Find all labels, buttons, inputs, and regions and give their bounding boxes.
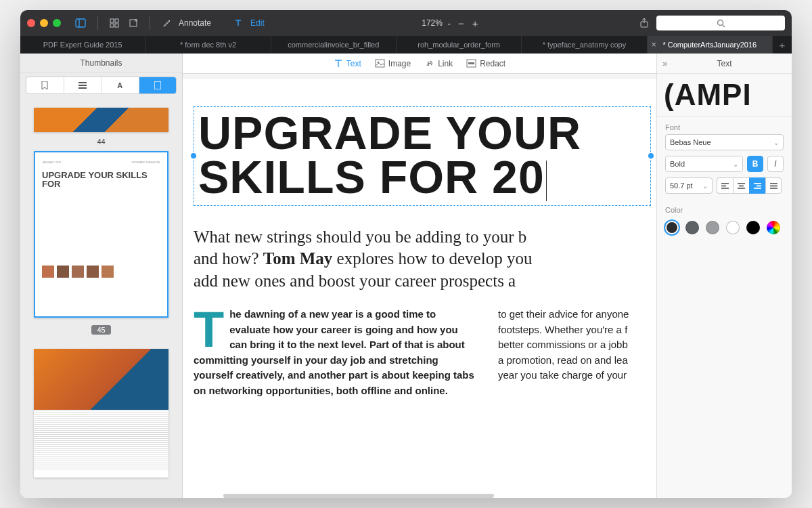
tab-typeface-anatomy[interactable]: * typeface_anatomy copy (522, 36, 647, 54)
main-area: Thumbnails A 44 JANUARY 2016UPGRADE TREA… (20, 54, 792, 498)
text-align-group (717, 177, 784, 194)
color-swatches (657, 217, 792, 238)
color-section-label: Color (657, 199, 792, 217)
horizontal-scrollbar[interactable] (223, 494, 494, 498)
dropcap: T (194, 307, 229, 350)
edit-button[interactable]: Edit (250, 18, 265, 28)
app-window: Annotate Edit 172% ⌄ − + PDF Expert Guid… (20, 10, 792, 498)
annotate-icon[interactable] (160, 16, 173, 30)
thumbnail-page-44[interactable] (34, 108, 168, 132)
thumbnail-label-45: 45 (91, 325, 110, 335)
svg-rect-17 (468, 62, 474, 64)
zoom-value[interactable]: 172% (422, 18, 443, 28)
color-swatch-1[interactable] (665, 221, 679, 234)
close-window-button[interactable] (27, 19, 35, 27)
svg-line-9 (722, 24, 725, 27)
svg-rect-13 (154, 81, 161, 89)
align-justify-button[interactable] (765, 177, 782, 194)
search-input[interactable] (656, 16, 785, 30)
thumbnail-page-45[interactable]: JANUARY 2016UPGRADE TREASURE UPGRADE YOU… (34, 151, 168, 318)
align-left-button[interactable] (717, 177, 733, 194)
thumbnails-tab[interactable] (139, 77, 177, 93)
align-center-button[interactable] (733, 177, 749, 194)
edit-link-button[interactable]: Link (424, 59, 453, 68)
document-page[interactable]: UPGRADE YOUR SKILLS FOR 20 What new stri… (183, 79, 656, 498)
font-weight-select[interactable]: Bold⌄ (665, 156, 743, 172)
selection-handle-right[interactable] (648, 153, 654, 158)
tab-roh-modular[interactable]: roh_modular_order_form (397, 36, 522, 54)
svg-rect-5 (115, 24, 118, 27)
outline-tab[interactable] (64, 77, 102, 93)
minimize-window-button[interactable] (40, 19, 48, 27)
svg-rect-2 (110, 19, 114, 22)
zoom-in-button[interactable]: + (470, 16, 480, 31)
chevron-down-icon: ⌄ (702, 182, 708, 190)
search-icon (717, 19, 725, 28)
bold-button[interactable]: B (747, 156, 763, 172)
thumbnails-scroll[interactable]: 44 JANUARY 2016UPGRADE TREASURE UPGRADE … (20, 98, 182, 498)
color-swatch-5[interactable] (746, 221, 760, 234)
tab-form-dec-8th[interactable]: * form dec 8th v2 (145, 36, 271, 54)
edit-image-button[interactable]: Image (375, 59, 411, 68)
annotate-button[interactable]: Annotate (179, 18, 211, 28)
svg-rect-4 (110, 24, 114, 27)
thumbnails-title: Thumbnails (20, 54, 182, 72)
chevron-down-icon: ⌄ (773, 139, 779, 146)
font-family-select[interactable]: Bebas Neue⌄ (665, 134, 784, 150)
svg-point-8 (717, 20, 723, 25)
font-size-select[interactable]: 50.7 pt⌄ (665, 177, 713, 194)
chevron-down-icon: ⌄ (733, 161, 738, 168)
sidebar-mode-tabs: A (26, 77, 177, 94)
selection-handle-left[interactable] (191, 153, 196, 158)
body-column-2: to get their advice for anyone footsteps… (498, 307, 651, 398)
share-icon[interactable] (637, 16, 651, 30)
color-swatch-2[interactable] (685, 221, 699, 234)
body-columns: T he dawning of a new year is a good tim… (194, 307, 651, 398)
new-tab-button[interactable]: + (773, 36, 792, 54)
grid-view-icon[interactable] (108, 16, 121, 30)
document-tabs: PDF Expert Guide 2015 * form dec 8th v2 … (20, 36, 792, 54)
document-view: Text Image Link Redact (183, 54, 656, 498)
svg-rect-0 (76, 19, 85, 27)
color-swatch-4[interactable] (726, 221, 740, 234)
tab-pdf-expert-guide[interactable]: PDF Expert Guide 2015 (20, 36, 145, 54)
zoom-dropdown-icon[interactable]: ⌄ (447, 20, 452, 26)
panel-title: » Text (657, 54, 792, 74)
edit-icon[interactable] (231, 16, 245, 30)
svg-rect-3 (115, 19, 118, 22)
tab-computer-arts[interactable]: ×* ComputerArtsJanuary2016 (648, 36, 773, 54)
body-column-1: T he dawning of a new year is a good tim… (194, 307, 478, 398)
color-picker-button[interactable] (767, 221, 780, 234)
italic-button[interactable]: I (767, 156, 784, 172)
align-right-button[interactable] (749, 177, 765, 194)
window-controls (27, 19, 61, 27)
text-cursor (546, 161, 547, 201)
thumbnails-panel: Thumbnails A 44 JANUARY 2016UPGRADE TREA… (20, 54, 183, 498)
text-properties-panel: » Text (AMPI Font Bebas Neue⌄ Bold⌄ B I … (656, 54, 792, 498)
close-tab-icon[interactable]: × (652, 40, 656, 49)
zoom-out-button[interactable]: − (456, 16, 466, 31)
sidebar-toggle-icon[interactable] (73, 16, 88, 30)
export-icon[interactable] (127, 16, 140, 30)
bookmarks-tab[interactable] (26, 77, 64, 93)
color-swatch-3[interactable] (706, 221, 719, 234)
intro-paragraph: What new strings should you be adding to… (194, 226, 651, 293)
edit-toolbar: Text Image Link Redact (183, 54, 656, 74)
panel-back-icon[interactable]: » (662, 58, 667, 68)
thumbnail-page-46[interactable] (34, 349, 168, 478)
maximize-window-button[interactable] (53, 19, 61, 27)
tab-commercial-invoice[interactable]: commercialinvoice_br_filled (271, 36, 397, 54)
annotations-tab[interactable]: A (102, 77, 139, 93)
headline-text[interactable]: UPGRADE YOUR SKILLS FOR 20 (198, 111, 646, 201)
zoom-control: 172% ⌄ − + (422, 16, 480, 31)
titlebar: Annotate Edit 172% ⌄ − + (20, 10, 792, 36)
font-preview: (AMPI (657, 74, 792, 117)
edit-redact-button[interactable]: Redact (466, 59, 505, 68)
thumbnail-label-44: 44 (34, 137, 168, 146)
edit-text-button[interactable]: Text (334, 59, 361, 68)
text-selection-box[interactable]: UPGRADE YOUR SKILLS FOR 20 (194, 106, 651, 206)
font-section-label: Font (657, 117, 792, 134)
